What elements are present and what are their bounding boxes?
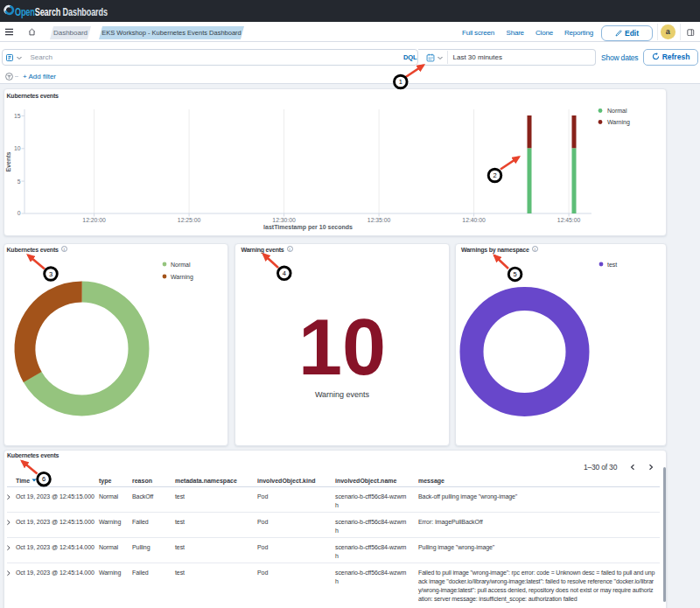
- svg-text:test: test: [607, 262, 617, 268]
- svg-text:Normal: Normal: [171, 262, 191, 268]
- svg-text:Warning: Warning: [171, 274, 193, 281]
- svg-text:12:25:00: 12:25:00: [178, 217, 201, 223]
- svg-text:12:45:00: 12:45:00: [557, 217, 581, 223]
- svg-text:12:30:00: 12:30:00: [272, 217, 296, 223]
- svg-text:0: 0: [18, 210, 21, 216]
- svg-text:12:20:00: 12:20:00: [82, 217, 106, 223]
- svg-text:Events: Events: [5, 151, 11, 171]
- svg-text:15: 15: [14, 113, 21, 119]
- svg-text:10: 10: [14, 145, 21, 151]
- svg-text:Normal: Normal: [607, 108, 627, 114]
- svg-text:Warning: Warning: [607, 119, 630, 126]
- svg-text:5: 5: [18, 178, 21, 185]
- svg-text:lastTimestamp per 10 seconds: lastTimestamp per 10 seconds: [263, 224, 353, 231]
- svg-text:12:35:00: 12:35:00: [368, 217, 391, 223]
- svg-text:12:40:00: 12:40:00: [462, 217, 486, 223]
